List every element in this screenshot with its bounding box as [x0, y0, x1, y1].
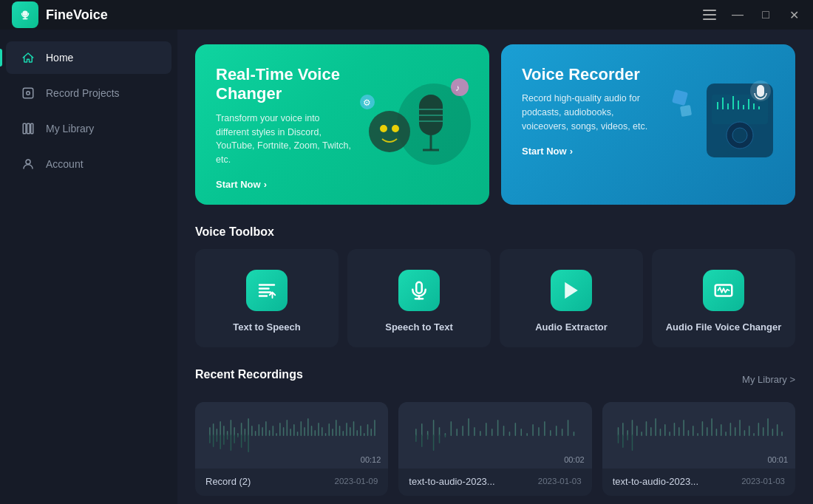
my-library-label: My Library — [46, 123, 94, 134]
recording-1-duration: 00:02 — [564, 455, 585, 464]
toolbox-text-to-speech[interactable]: Text to Speech — [195, 249, 339, 347]
sidebar-item-record-projects[interactable]: Record Projects — [6, 77, 171, 109]
hero-card-2-desc: Record high-quality audio for podcasts, … — [522, 92, 661, 133]
svg-rect-39 — [680, 105, 692, 117]
toolbox-audio-file-voice-changer[interactable]: Audio File Voice Changer — [652, 249, 795, 347]
recording-0-duration: 00:12 — [361, 455, 381, 464]
close-button[interactable]: ✕ — [786, 7, 801, 22]
svg-rect-40 — [416, 282, 422, 293]
home-label: Home — [46, 52, 73, 64]
audio-extractor-icon — [551, 270, 592, 311]
svg-line-50 — [727, 290, 729, 290]
recording-card-0[interactable]: 00:12 Record (2) 2023-01-09 — [195, 402, 388, 496]
recording-card-2[interactable]: 00:01 text-to-audio-2023... 2023-01-03 — [602, 402, 795, 496]
logo-icon — [12, 1, 38, 28]
recording-2-duration: 00:01 — [767, 455, 788, 464]
speech-to-text-label: Speech to Text — [385, 321, 453, 333]
app-name: FineVoice — [46, 7, 108, 23]
main-content: Real-Time Voice Changer Transform your v… — [177, 30, 813, 504]
hero-card-1-artwork: ♪ ⚙ — [341, 44, 489, 205]
hero-card-1-desc: Transform your voice into different styl… — [216, 112, 355, 167]
sidebar-item-my-library[interactable]: My Library — [6, 112, 171, 145]
svg-rect-3 — [23, 88, 33, 98]
waveform-2: 00:01 — [602, 402, 795, 469]
svg-text:⚙: ⚙ — [363, 98, 371, 108]
hero-card-realtime-voice-changer[interactable]: Real-Time Voice Changer Transform your v… — [195, 44, 489, 205]
recording-1-date: 2023-01-03 — [538, 477, 582, 486]
hero-card-2-artwork — [647, 44, 795, 205]
recording-0-date: 2023-01-09 — [335, 477, 378, 486]
sidebar-item-account[interactable]: Account — [6, 148, 171, 180]
recordings-grid: 00:12 Record (2) 2023-01-09 — [195, 402, 795, 496]
svg-rect-23 — [707, 84, 773, 157]
account-label: Account — [46, 158, 84, 170]
hero-card-2-link[interactable]: Start Now › — [522, 146, 661, 157]
text-to-speech-label: Text to Speech — [233, 321, 301, 333]
svg-point-4 — [27, 92, 30, 95]
toolbox-section-title: Voice Toolbox — [195, 225, 795, 239]
svg-point-16 — [369, 111, 410, 152]
svg-rect-38 — [672, 89, 688, 106]
speech-to-text-icon — [398, 270, 440, 311]
my-library-link[interactable]: My Library > — [742, 374, 795, 385]
record-projects-label: Record Projects — [46, 87, 120, 99]
svg-point-0 — [22, 11, 27, 16]
home-icon — [21, 50, 35, 65]
hero-card-1-title: Real-Time Voice Changer — [216, 65, 355, 104]
svg-text:♪: ♪ — [455, 83, 460, 93]
toolbox-speech-to-text[interactable]: Speech to Text — [347, 249, 491, 347]
svg-rect-37 — [757, 85, 764, 97]
svg-point-21 — [360, 95, 375, 109]
svg-marker-43 — [565, 282, 578, 299]
minimize-button[interactable]: — — [730, 7, 745, 22]
toolbox-audio-extractor[interactable]: Audio Extractor — [500, 249, 643, 347]
hero-cards: Real-Time Voice Changer Transform your v… — [195, 44, 795, 205]
recent-recordings-section: Recent Recordings My Library > — [195, 368, 795, 496]
audio-file-voice-changer-icon — [703, 270, 744, 311]
voice-toolbox-section: Voice Toolbox Text to Speech — [195, 225, 795, 347]
svg-rect-7 — [31, 123, 33, 134]
svg-point-18 — [392, 125, 399, 132]
waveform-0: 00:12 — [195, 402, 388, 469]
svg-point-17 — [380, 125, 387, 132]
window-controls: — □ ✕ — [702, 7, 801, 22]
app-body: Home Record Projects My Library — [0, 30, 813, 504]
account-icon — [21, 157, 35, 171]
audio-extractor-label: Audio Extractor — [535, 321, 608, 333]
recording-card-1[interactable]: 00:02 text-to-audio-2023... 2023-01-03 — [398, 402, 591, 496]
maximize-button[interactable]: □ — [758, 7, 773, 22]
hero-card-2-title: Voice Recorder — [522, 65, 661, 84]
svg-point-36 — [750, 81, 771, 101]
recording-0-info: Record (2) 2023-01-09 — [195, 469, 388, 496]
recording-0-name: Record (2) — [205, 476, 251, 487]
hero-card-voice-recorder[interactable]: Voice Recorder Record high-quality audio… — [501, 44, 795, 205]
recent-recordings-header: Recent Recordings My Library > — [195, 368, 795, 392]
recording-2-date: 2023-01-03 — [741, 477, 785, 486]
svg-point-8 — [26, 160, 30, 164]
menu-button[interactable] — [702, 7, 717, 22]
svg-rect-10 — [419, 95, 443, 135]
record-icon — [21, 86, 35, 101]
app-logo: FineVoice — [12, 1, 108, 28]
recording-2-info: text-to-audio-2023... 2023-01-03 — [602, 469, 795, 496]
hero-card-1-link[interactable]: Start Now › — [216, 179, 355, 190]
svg-point-9 — [397, 84, 471, 165]
library-icon — [21, 121, 35, 136]
svg-point-19 — [451, 78, 469, 96]
audio-file-voice-changer-label: Audio File Voice Changer — [666, 321, 782, 333]
svg-point-35 — [732, 128, 747, 143]
recent-recordings-title: Recent Recordings — [195, 368, 303, 381]
recording-1-name: text-to-audio-2023... — [409, 476, 494, 487]
recording-1-info: text-to-audio-2023... 2023-01-03 — [398, 469, 591, 496]
svg-rect-5 — [23, 123, 26, 134]
text-to-speech-icon — [246, 270, 288, 311]
svg-rect-6 — [27, 123, 30, 134]
svg-point-34 — [727, 122, 753, 149]
recording-2-name: text-to-audio-2023... — [613, 476, 698, 487]
sidebar: Home Record Projects My Library — [0, 30, 177, 504]
svg-rect-24 — [712, 95, 768, 124]
titlebar: FineVoice — □ ✕ — [0, 0, 813, 30]
sidebar-item-home[interactable]: Home — [6, 41, 171, 74]
toolbox-grid: Text to Speech Speech to Text — [195, 249, 795, 347]
waveform-1: 00:02 — [398, 402, 591, 469]
